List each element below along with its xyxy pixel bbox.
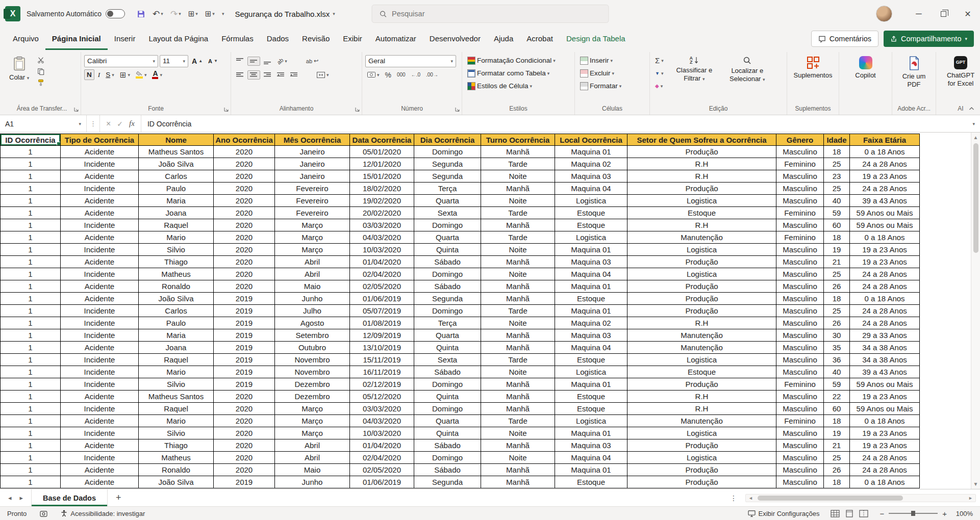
sheet-tab-base-de-dados[interactable]: Base de Dados	[31, 489, 108, 506]
table-cell[interactable]: 2020	[214, 244, 275, 256]
table-cell[interactable]: Raquel	[139, 219, 214, 231]
table-cell[interactable]: Incidente	[61, 219, 139, 231]
table-cell[interactable]: Acidente	[61, 170, 139, 183]
table-cell[interactable]: Masculino	[776, 391, 824, 403]
accounting-format-button[interactable]: ▾	[365, 71, 382, 79]
table-cell[interactable]: 05/12/2020	[350, 391, 414, 403]
table-cell[interactable]: Estoque	[555, 219, 627, 231]
table-cell[interactable]: Março	[275, 415, 350, 427]
comments-button[interactable]: Comentários	[811, 31, 878, 47]
table-cell[interactable]: 24 a 28 Anos	[850, 280, 920, 293]
table-cell[interactable]: 25	[824, 268, 850, 280]
table-cell[interactable]: Maria	[139, 195, 214, 207]
table-cell[interactable]: 19 a 23 Anos	[850, 256, 920, 268]
table-cell[interactable]: Thiago	[139, 256, 214, 268]
zoom-slider[interactable]	[889, 513, 938, 514]
table-cell[interactable]: 59	[824, 207, 850, 219]
table-cell[interactable]: Incidente	[61, 244, 139, 256]
column-header-10[interactable]: Gênero	[776, 134, 824, 146]
table-cell[interactable]: Maio	[275, 464, 350, 476]
table-cell[interactable]: Sábado	[414, 256, 481, 268]
table-cell[interactable]: 59 Anos ou Mais	[850, 219, 920, 231]
table-cell[interactable]: 10/03/2020	[350, 244, 414, 256]
document-title[interactable]: Segurança do Trabalho.xlsx ▾	[235, 10, 335, 18]
table-cell[interactable]: Estoque	[555, 476, 627, 488]
table-cell[interactable]: Noite	[481, 268, 555, 280]
column-header-2[interactable]: Nome	[139, 134, 214, 146]
table-cell[interactable]: 29 a 33 Anos	[850, 329, 920, 342]
table-cell[interactable]: Masculino	[776, 452, 824, 464]
table-cell[interactable]: Incidente	[61, 452, 139, 464]
merge-center-button[interactable]: ▾	[315, 71, 331, 79]
table-cell[interactable]: Matheus	[139, 452, 214, 464]
table-cell[interactable]: Tarde	[481, 158, 555, 170]
table-cell[interactable]: 18/02/2020	[350, 183, 414, 195]
table-cell[interactable]: Quarta	[414, 329, 481, 342]
table-cell[interactable]: 39 a 43 Anos	[850, 195, 920, 207]
decrease-indent-button[interactable]	[275, 71, 287, 79]
table-cell[interactable]: Tarde	[481, 305, 555, 317]
table-cell[interactable]: 1	[0, 268, 61, 280]
table-cell[interactable]: Manhã	[481, 146, 555, 158]
table-cell[interactable]: Tarde	[481, 354, 555, 366]
table-cell[interactable]: Silvio	[139, 244, 214, 256]
collapse-ribbon-button[interactable]	[968, 107, 975, 111]
table-cell[interactable]: Novembro	[275, 366, 350, 378]
table-cell[interactable]: 2020	[214, 195, 275, 207]
table-cell[interactable]: 0 a 18 Anos	[850, 476, 920, 488]
table-cell[interactable]: 25	[824, 158, 850, 170]
table-cell[interactable]: Maquina 01	[555, 427, 627, 439]
column-header-0[interactable]: ID Ocorrência	[0, 134, 61, 146]
table-cell[interactable]: Sábado	[414, 464, 481, 476]
table-cell[interactable]: Manhã	[481, 329, 555, 342]
table-cell[interactable]: Logistica	[627, 354, 776, 366]
table-cell[interactable]: Junho	[275, 293, 350, 305]
create-pdf-button[interactable]: Crie um PDF	[895, 54, 933, 91]
table-cell[interactable]: Manutenção	[627, 231, 776, 244]
table-cell[interactable]: Maquina 03	[555, 170, 627, 183]
table-cell[interactable]: Quinta	[414, 391, 481, 403]
borders-button[interactable]: ⊞▾	[118, 69, 132, 81]
confirm-entry-button[interactable]: ✓	[117, 120, 123, 128]
vertical-scrollbar[interactable]: ▲ ▼	[971, 133, 980, 489]
table-cell[interactable]: Logistica	[555, 415, 627, 427]
font-name-input[interactable]: Calibri ▾	[84, 55, 158, 67]
table-cell[interactable]: 0 a 18 Anos	[850, 231, 920, 244]
table-cell[interactable]: 2019	[214, 342, 275, 354]
table-cell[interactable]: Manutenção	[627, 329, 776, 342]
table-cell[interactable]: 25	[824, 452, 850, 464]
table-cell[interactable]: Terça	[414, 183, 481, 195]
formula-content[interactable]: ID Ocorrência	[141, 115, 968, 132]
alignment-dialog-launcher[interactable]	[355, 107, 360, 112]
table-cell[interactable]: R.H	[627, 219, 776, 231]
table-cell[interactable]: Estoque	[555, 391, 627, 403]
table-cell[interactable]: 19 a 23 Anos	[850, 391, 920, 403]
table-cell[interactable]: Fevereiro	[275, 183, 350, 195]
table-cell[interactable]: Maquina 04	[555, 183, 627, 195]
table-cell[interactable]: 2019	[214, 305, 275, 317]
font-color-button[interactable]: A ▾	[150, 69, 164, 80]
restore-button[interactable]	[931, 0, 956, 28]
table-cell[interactable]: 59 Anos ou Mais	[850, 207, 920, 219]
table-cell[interactable]: Joana	[139, 342, 214, 354]
table-cell[interactable]: Domingo	[414, 452, 481, 464]
table-cell[interactable]: Novembro	[275, 354, 350, 366]
increase-decimal-button[interactable]: ←.0	[409, 71, 422, 79]
table-cell[interactable]: 2019	[214, 476, 275, 488]
shrink-font-button[interactable]: A▼	[206, 57, 220, 65]
table-cell[interactable]: 1	[0, 476, 61, 488]
table-cell[interactable]: Masculino	[776, 183, 824, 195]
ribbon-tab-desenvolvedor[interactable]: Desenvolvedor	[423, 28, 487, 50]
table-cell[interactable]: João Silva	[139, 293, 214, 305]
table-cell[interactable]: 1	[0, 293, 61, 305]
table-cell[interactable]: 02/04/2020	[350, 452, 414, 464]
table-cell[interactable]: Paulo	[139, 317, 214, 329]
quick-access-borders-button[interactable]: ⊞▾	[186, 7, 200, 20]
table-cell[interactable]: 1	[0, 378, 61, 391]
table-cell[interactable]: Logistica	[627, 268, 776, 280]
table-cell[interactable]: Incidente	[61, 158, 139, 170]
table-cell[interactable]: 13/10/2019	[350, 342, 414, 354]
table-cell[interactable]: 15/11/2019	[350, 354, 414, 366]
table-cell[interactable]: Produção	[627, 280, 776, 293]
number-format-select[interactable]: Geral ▾	[365, 55, 456, 67]
